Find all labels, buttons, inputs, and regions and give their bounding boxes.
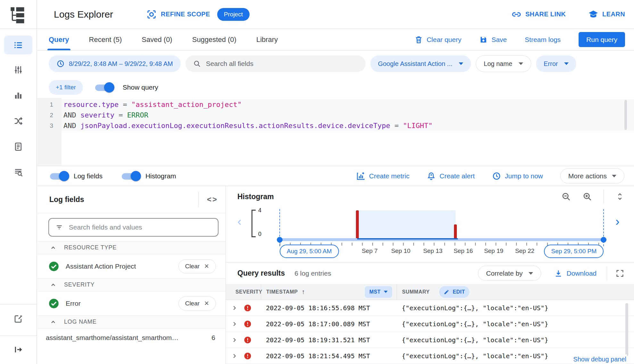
chevron-up-icon [49, 318, 57, 326]
range-end-handle[interactable] [601, 237, 606, 243]
results-scrollbar[interactable] [625, 303, 628, 356]
range-start-handle[interactable] [277, 237, 283, 243]
run-query-button[interactable]: Run query [579, 32, 625, 47]
section-severity[interactable]: SEVERITY [37, 279, 226, 291]
clock-icon [56, 60, 65, 68]
stream-logs-button[interactable]: Stream logs [525, 36, 561, 44]
show-query-toggle[interactable] [94, 83, 114, 92]
fullscreen-icon[interactable] [615, 269, 624, 278]
scope-icon [147, 10, 156, 19]
log-entry-row[interactable]: 2022-09-05 18:17:00.089 MST {"executionL… [226, 316, 634, 332]
product-logo[interactable] [0, 0, 37, 29]
log-name-item-count: 6 [211, 334, 215, 342]
unfold-icon[interactable] [615, 192, 624, 201]
log-fields-toggle[interactable] [49, 171, 69, 181]
zoom-out-icon[interactable] [561, 192, 571, 201]
column-severity: SEVERITY [226, 284, 261, 300]
more-actions-button[interactable]: More actions [560, 168, 624, 183]
histogram-bar[interactable] [454, 224, 457, 239]
y-axis-max-label: 4 [258, 207, 261, 214]
histogram-chart: ‹ 4 0 [226, 207, 634, 262]
save-button[interactable]: Save [479, 36, 507, 44]
histogram-bar[interactable] [356, 210, 359, 238]
expand-row-icon[interactable] [231, 320, 238, 328]
create-metric-button[interactable]: Create metric [356, 172, 409, 181]
tab-query[interactable]: Query [49, 29, 69, 50]
download-icon [554, 269, 563, 278]
share-link-button[interactable]: SHARE LINK [511, 9, 566, 20]
sidebar-item-log-router[interactable] [0, 111, 37, 131]
expand-row-icon[interactable] [231, 352, 238, 360]
refine-scope-button[interactable]: REFINE SCOPE [147, 10, 210, 19]
severity-item-label: Error [66, 300, 81, 307]
tab-saved[interactable]: Saved (0) [142, 29, 172, 50]
additional-filter-chip[interactable]: +1 filter [49, 80, 83, 95]
log-name-item[interactable]: assistant_smarthome/assistant_smarthom… … [37, 328, 226, 347]
sidebar-item-dashboard[interactable] [0, 60, 37, 80]
clear-query-button[interactable]: Clear query [415, 36, 462, 44]
search-all-fields-input[interactable] [206, 60, 358, 68]
sidebar-item-log-analytics[interactable] [0, 162, 37, 182]
learn-button[interactable]: LEARN [588, 9, 625, 20]
share-link-label: SHARE LINK [525, 11, 566, 18]
histogram-pan-left[interactable]: ‹ [237, 215, 242, 228]
sidebar-item-storage[interactable] [0, 136, 37, 157]
route-icon [13, 116, 23, 126]
tab-library[interactable]: Library [256, 29, 278, 50]
caret-down-icon [384, 291, 388, 293]
resource-filter-label: Google Assistant Action ... [378, 60, 452, 68]
create-alert-button[interactable]: Create alert [427, 172, 475, 181]
close-icon: ✕ [204, 263, 209, 270]
tab-suggested[interactable]: Suggested (0) [192, 29, 236, 50]
log-entry-row[interactable]: 2022-09-05 18:16:55.698 MST {"executionL… [226, 300, 634, 316]
correlate-by-button[interactable]: Correlate by [478, 266, 541, 281]
section-resource-type[interactable]: RESOURCE TYPE [37, 241, 226, 254]
range-end-pill[interactable]: Sep 29, 5:00 PM [544, 245, 604, 258]
resource-filter-dropdown[interactable]: Google Assistant Action ... [370, 55, 471, 72]
column-timestamp[interactable]: TIMESTAMP [266, 289, 298, 295]
show-query-label: Show query [123, 84, 158, 91]
save-label: Save [491, 36, 507, 44]
pencil-icon [444, 289, 449, 295]
expand-rail-button[interactable] [0, 339, 37, 360]
expand-row-icon[interactable] [231, 336, 238, 344]
error-severity-icon [244, 352, 251, 360]
sort-ascending-icon: ↑ [301, 288, 305, 295]
line-number: 3 [37, 120, 62, 131]
range-start-pill[interactable]: Aug 29, 5:00 AM [280, 245, 339, 258]
selection-region[interactable] [357, 210, 456, 238]
download-button[interactable]: Download [554, 269, 597, 278]
tab-library-label: Library [256, 36, 278, 44]
edit-summary-button[interactable]: EDIT [439, 286, 469, 298]
toggle-knob [104, 82, 114, 93]
editor-scrollbar[interactable] [624, 100, 627, 130]
severity-filter-dropdown[interactable]: Error [536, 55, 576, 72]
clear-label: Clear [185, 300, 200, 307]
tab-recent[interactable]: Recent (5) [89, 29, 122, 50]
clear-query-label: Clear query [427, 36, 462, 44]
project-scope-badge[interactable]: Project [217, 8, 250, 21]
sidebar-item-compose[interactable] [0, 308, 37, 329]
sidebar-item-logs-explorer[interactable] [4, 36, 32, 54]
plot-area[interactable] [280, 210, 604, 238]
time-range-filter[interactable]: 8/29/22, 8:48 AM – 9/29/22, 9:48 AM [49, 55, 181, 72]
zoom-in-icon[interactable] [582, 192, 592, 201]
section-log-name[interactable]: LOG NAME [37, 316, 226, 328]
log-entry-row[interactable]: 2022-09-05 18:19:31.521 MST {"executionL… [226, 332, 634, 348]
jump-to-now-button[interactable]: Jump to now [492, 172, 543, 181]
clear-severity-button[interactable]: Clear ✕ [178, 296, 216, 311]
log-name-filter-dropdown[interactable]: Log name [476, 55, 531, 72]
log-fields-search-input[interactable] [69, 223, 211, 231]
clear-resource-type-button[interactable]: Clear ✕ [178, 259, 216, 273]
time-slider-selection[interactable] [357, 238, 458, 239]
histogram-pan-right[interactable]: › [615, 215, 620, 228]
query-editor[interactable]: 1 resource.type = "assistant_action_proj… [37, 98, 634, 166]
code-expand-icon[interactable]: <> [207, 195, 218, 204]
timezone-dropdown[interactable]: MST [365, 286, 392, 298]
sidebar-item-metrics[interactable] [0, 85, 37, 106]
log-fields-search[interactable] [48, 218, 218, 237]
show-debug-panel-link[interactable]: Show debug panel [572, 354, 627, 364]
search-all-fields[interactable] [185, 55, 366, 72]
histogram-toggle[interactable] [120, 171, 141, 181]
expand-row-icon[interactable] [231, 304, 238, 311]
